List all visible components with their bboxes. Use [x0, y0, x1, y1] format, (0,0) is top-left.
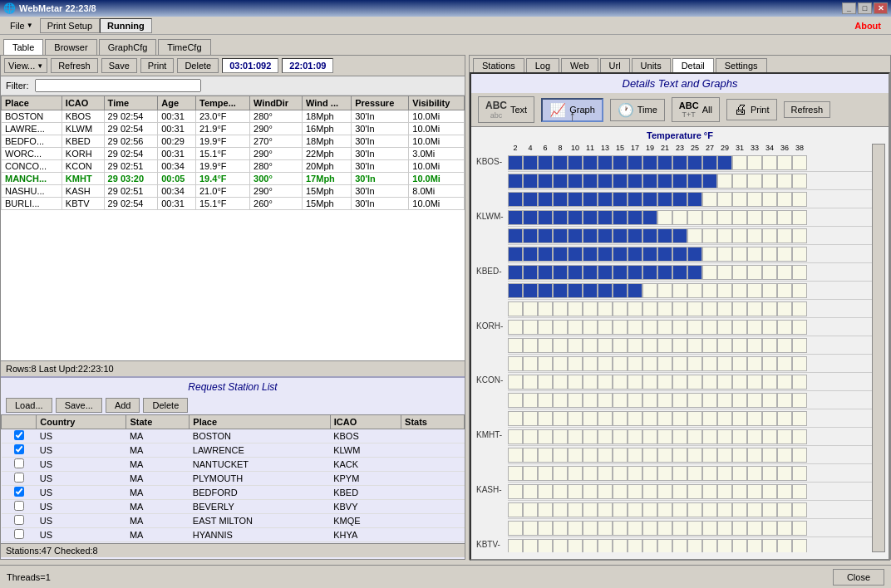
col-age[interactable]: Age [158, 96, 196, 110]
minimize-button[interactable]: _ [842, 2, 856, 14]
station-row[interactable]: US MA LAWRENCE KLWM [2, 443, 465, 458]
station-row[interactable]: US MA HYANNIS KHYA [2, 528, 465, 542]
right-tab-url[interactable]: Url [600, 58, 630, 72]
station-checkbox[interactable] [14, 529, 24, 539]
table-row[interactable]: BURLI... KBTV 29 02:54 00:31 15.1°F 260°… [2, 198, 465, 210]
station-delete-button[interactable]: Delete [143, 398, 188, 413]
station-list-container[interactable]: Country State Place ICAO Stats US MA BOS… [1, 414, 465, 543]
station-status-text: Stations:47 Checked:8 [6, 546, 98, 556]
graph-cell [583, 265, 598, 280]
graph-scrollbar[interactable] [872, 144, 885, 552]
col-place[interactable]: Place [2, 96, 62, 110]
file-menu[interactable]: File ▼ [3, 19, 40, 32]
empty-graph-cell [657, 429, 672, 444]
table-row[interactable]: NASHU... KASH 29 02:51 00:34 21.0°F 290°… [2, 185, 465, 198]
col-temp[interactable]: Tempe... [196, 96, 250, 110]
print-button[interactable]: Print [140, 58, 175, 73]
col-wind[interactable]: Wind ... [303, 96, 352, 110]
cell-age: 00:31 [158, 198, 196, 210]
right-tab-log[interactable]: Log [526, 58, 559, 72]
close-main-button[interactable]: Close [833, 569, 884, 586]
graph-cell [717, 192, 732, 207]
col-sicao[interactable]: ICAO [330, 415, 401, 429]
station-row[interactable]: US MA BOSTON KBOS [2, 429, 465, 443]
col-pressure[interactable]: Pressure [352, 96, 409, 110]
save-button[interactable]: Save [101, 58, 137, 73]
col-vis[interactable]: Visibility [409, 96, 465, 110]
col-state[interactable]: State [126, 415, 190, 429]
station-checkbox[interactable] [14, 444, 24, 454]
view-label: View... [8, 61, 35, 71]
load-button[interactable]: Load... [6, 398, 52, 413]
station-checkbox[interactable] [14, 430, 24, 440]
empty-graph-cell [657, 393, 672, 408]
empty-graph-cell [672, 338, 687, 353]
delete-button[interactable]: Delete [177, 58, 219, 73]
tab-table[interactable]: Table [3, 39, 43, 55]
kash-label: KASH- [476, 485, 506, 494]
table-row[interactable]: BOSTON KBOS 29 02:54 00:31 23.0°F 280° 1… [2, 110, 465, 123]
print-detail-button[interactable]: 🖨 Print [726, 99, 777, 120]
tab-timecfg[interactable]: TimeCfg [158, 39, 210, 55]
station-checkbox[interactable] [14, 473, 24, 483]
station-checkbox-cell[interactable] [2, 528, 37, 542]
add-button[interactable]: Add [106, 398, 140, 413]
table-row[interactable]: BEDFO... KBED 29 02:56 00:29 19.9°F 270°… [2, 135, 465, 148]
running-button[interactable]: Running [100, 18, 152, 33]
table-row[interactable]: LAWRE... KLWM 29 02:54 00:31 21.9°F 290°… [2, 123, 465, 135]
station-checkbox-cell[interactable] [2, 429, 37, 443]
graph-cell [583, 210, 598, 225]
station-checkbox-cell[interactable] [2, 458, 37, 472]
col-stats[interactable]: Stats [401, 415, 465, 429]
graph-cell [538, 174, 553, 189]
station-checkbox-cell[interactable] [2, 500, 37, 514]
graph-cell [762, 283, 777, 298]
station-checkbox[interactable] [14, 515, 24, 525]
station-row[interactable]: US MA BEVERLY KBVY [2, 500, 465, 514]
view-button[interactable]: View... ▼ [4, 58, 47, 73]
right-tab-settings[interactable]: Settings [716, 58, 767, 72]
all-button[interactable]: ABC T+T All [672, 97, 720, 122]
filter-input[interactable] [35, 79, 201, 92]
col-icao[interactable]: ICAO [62, 96, 104, 110]
graph-button[interactable]: 📈 Graph ↑ [541, 98, 603, 122]
print-setup-button[interactable]: Print Setup [40, 18, 100, 33]
table-row[interactable]: MANCH... KMHT 29 03:20 00:05 19.4°F 300°… [2, 173, 465, 185]
right-tab-units[interactable]: Units [632, 58, 671, 72]
right-tab-stations[interactable]: Stations [473, 58, 524, 72]
station-checkbox[interactable] [14, 458, 24, 468]
station-checkbox[interactable] [14, 501, 24, 511]
empty-graph-cell [702, 301, 717, 316]
tab-browser[interactable]: Browser [45, 39, 96, 55]
table-row[interactable]: CONCO... KCON 29 02:51 00:34 19.9°F 280°… [2, 160, 465, 173]
station-row[interactable]: US MA PLYMOUTH KPYM [2, 472, 465, 486]
refresh-button[interactable]: Refresh [51, 58, 98, 73]
right-tab-web[interactable]: Web [561, 58, 598, 72]
refresh-detail-button[interactable]: Refresh [784, 101, 831, 118]
station-row[interactable]: US MA EAST MILTON KMQE [2, 514, 465, 528]
cell-temp: 19.4°F [196, 173, 250, 185]
station-row[interactable]: US MA NANTUCKET KACK [2, 458, 465, 472]
text-button[interactable]: ABC abc Text [478, 96, 534, 123]
close-button[interactable]: ✕ [874, 2, 888, 14]
empty-graph-cell [687, 466, 702, 481]
station-checkbox-cell[interactable] [2, 443, 37, 458]
empty-graph-cell [762, 502, 777, 517]
about-label[interactable]: About [854, 21, 881, 31]
station-checkbox-cell[interactable] [2, 486, 37, 500]
station-save-button[interactable]: Save... [56, 398, 102, 413]
tab-graphcfg[interactable]: GraphCfg [99, 39, 157, 55]
table-row[interactable]: WORC... KORH 29 02:54 00:31 15.1°F 290° … [2, 148, 465, 160]
col-country[interactable]: Country [37, 415, 126, 429]
time-button[interactable]: 🕐 Time [610, 99, 665, 121]
col-time[interactable]: Time [104, 96, 158, 110]
station-checkbox-cell[interactable] [2, 514, 37, 528]
right-tab-detail[interactable]: Detail [672, 58, 714, 72]
station-checkbox-cell[interactable] [2, 472, 37, 486]
empty-graph-cell [583, 301, 598, 316]
maximize-button[interactable]: □ [858, 2, 872, 14]
col-winddir[interactable]: WindDir [250, 96, 303, 110]
col-splace[interactable]: Place [190, 415, 330, 429]
station-checkbox[interactable] [14, 487, 24, 497]
station-row[interactable]: US MA BEDFORD KBED [2, 486, 465, 500]
